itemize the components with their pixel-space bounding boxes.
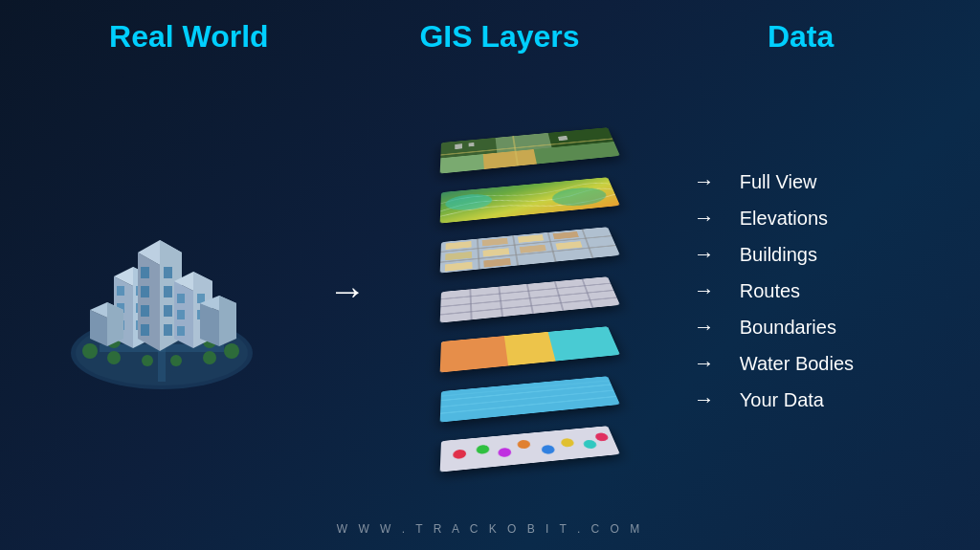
layers-stack bbox=[432, 119, 633, 463]
svg-rect-23 bbox=[141, 286, 149, 297]
arrow-fullview: → bbox=[694, 169, 723, 194]
svg-rect-28 bbox=[164, 305, 172, 317]
data-section: → Full View → Elevations → Buildings → R… bbox=[694, 164, 924, 418]
svg-marker-43 bbox=[219, 296, 236, 346]
data-item-buildings: → Buildings bbox=[694, 236, 924, 273]
svg-point-9 bbox=[203, 351, 216, 364]
svg-rect-58 bbox=[469, 143, 475, 146]
arrow-boundaries: → bbox=[694, 315, 723, 340]
label-yourdata: Your Data bbox=[740, 389, 824, 411]
svg-rect-22 bbox=[141, 267, 149, 278]
label-elevations: Elevations bbox=[740, 208, 828, 230]
layer-water-bodies bbox=[440, 376, 620, 422]
svg-rect-25 bbox=[141, 324, 149, 336]
label-buildings: Buildings bbox=[740, 244, 817, 266]
svg-rect-33 bbox=[177, 294, 185, 303]
real-world-title: Real World bbox=[83, 19, 294, 55]
svg-rect-26 bbox=[164, 267, 172, 278]
svg-point-44 bbox=[82, 343, 98, 359]
svg-marker-40 bbox=[107, 302, 123, 346]
svg-rect-91 bbox=[504, 332, 556, 366]
world-to-gis-arrow: → bbox=[328, 270, 367, 313]
svg-rect-92 bbox=[548, 326, 620, 361]
svg-point-47 bbox=[170, 355, 182, 366]
gis-layers-section bbox=[427, 119, 637, 463]
svg-rect-27 bbox=[164, 286, 172, 297]
layer-routes bbox=[440, 276, 620, 322]
arrow-yourdata: → bbox=[694, 387, 723, 412]
data-item-routes: → Routes bbox=[694, 273, 924, 309]
arrow-elevations: → bbox=[694, 206, 723, 231]
data-item-waterbodies: → Water Bodies bbox=[694, 345, 924, 382]
arrow-buildings: → bbox=[694, 242, 723, 267]
main-container: Real World GIS Layers Data bbox=[0, 0, 980, 550]
data-item-boundaries: → Boundaries bbox=[694, 309, 924, 345]
gis-layers-title: GIS Layers bbox=[404, 19, 595, 55]
data-title: Data bbox=[705, 19, 897, 55]
svg-rect-98 bbox=[440, 426, 620, 472]
label-fullview: Full View bbox=[740, 171, 817, 193]
label-waterbodies: Water Bodies bbox=[740, 353, 854, 375]
layer-boundaries bbox=[440, 326, 620, 372]
data-item-elevations: → Elevations bbox=[694, 200, 924, 236]
svg-rect-29 bbox=[164, 324, 172, 336]
svg-point-8 bbox=[107, 351, 121, 364]
data-item-fullview: → Full View bbox=[694, 164, 924, 200]
content-row: → bbox=[29, 69, 951, 513]
layer-buildings bbox=[440, 227, 620, 273]
real-world-section bbox=[56, 190, 267, 391]
svg-rect-93 bbox=[440, 376, 620, 422]
layer-elevation bbox=[440, 177, 620, 223]
label-routes: Routes bbox=[740, 280, 800, 302]
svg-rect-59 bbox=[558, 136, 568, 141]
svg-point-46 bbox=[142, 355, 153, 366]
svg-point-45 bbox=[224, 343, 239, 359]
svg-rect-13 bbox=[117, 286, 124, 296]
layer-full-view bbox=[440, 127, 620, 173]
svg-rect-57 bbox=[456, 143, 463, 149]
arrow-waterbodies: → bbox=[694, 351, 723, 376]
website-footer: W W W . T R A C K O B I T . C O M bbox=[337, 522, 643, 536]
svg-rect-34 bbox=[177, 310, 185, 319]
svg-rect-24 bbox=[141, 305, 149, 317]
header-row: Real World GIS Layers Data bbox=[29, 19, 951, 55]
label-boundaries: Boundaries bbox=[740, 317, 836, 339]
data-item-yourdata: → Your Data bbox=[694, 382, 924, 418]
layer-your-data bbox=[440, 426, 620, 472]
svg-rect-35 bbox=[177, 326, 185, 336]
arrow-routes: → bbox=[694, 278, 723, 303]
svg-rect-90 bbox=[440, 336, 508, 372]
city-illustration bbox=[61, 190, 262, 391]
